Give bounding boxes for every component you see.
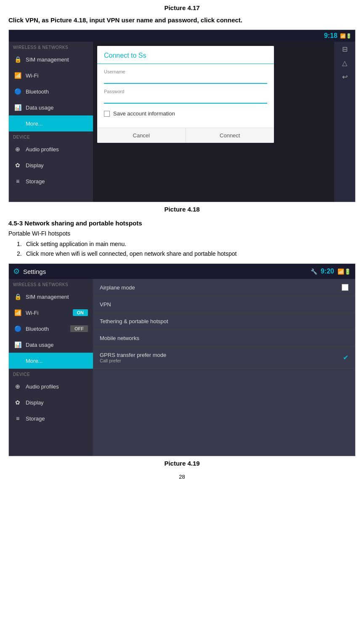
more-icon-2 bbox=[14, 357, 21, 364]
cancel-button[interactable]: Cancel bbox=[97, 128, 186, 143]
sidebar2-item-data[interactable]: 📊 Data usage bbox=[9, 337, 93, 353]
sidebar2-label-storage: Storage bbox=[26, 415, 45, 422]
sidebar2-item-wifi[interactable]: 📶 Wi-Fi ON bbox=[9, 305, 93, 321]
dialog-title: Connect to Ss bbox=[104, 52, 267, 59]
username-input[interactable] bbox=[104, 75, 267, 84]
sidebar2-item-display[interactable]: ✿ Display bbox=[9, 394, 93, 410]
audio-icon: ⊕ bbox=[14, 145, 21, 153]
sidebar-label-sim: SIM management bbox=[26, 56, 69, 63]
body-text: Portable WI-FI hotspots bbox=[8, 229, 356, 238]
sidebar-item-data[interactable]: 📊 Data usage bbox=[9, 99, 93, 115]
sidebar-item-more[interactable]: More... bbox=[9, 115, 93, 131]
password-input[interactable] bbox=[104, 95, 267, 104]
sidebar2-label-display: Display bbox=[26, 399, 44, 406]
list-text-1: Click setting application in main menu. bbox=[26, 240, 356, 249]
settings-header-right: 🔧 9:20 📶🔋 bbox=[311, 268, 351, 275]
screenshot-2: ⚙ Settings 🔧 9:20 📶🔋 WIRELESS & NETWORKS… bbox=[8, 263, 356, 456]
connect-button[interactable]: Connect bbox=[186, 128, 274, 143]
display-icon: ✿ bbox=[14, 161, 21, 169]
sidebar2-label-data: Data usage bbox=[26, 342, 54, 348]
sidebar-item-bluetooth[interactable]: 🔵 Bluetooth bbox=[9, 83, 93, 99]
more-item-gprs[interactable]: GPRS transfer prefer mode Call prefer ✔ bbox=[93, 347, 355, 369]
settings-layout-1: WIRELESS & NETWORKS 🔒 SIM management 📶 W… bbox=[9, 42, 355, 202]
gprs-sub: Call prefer bbox=[100, 358, 343, 363]
audio-icon-2: ⊕ bbox=[14, 383, 21, 390]
more-item-mobile[interactable]: Mobile networks bbox=[93, 330, 355, 347]
edge-icon-3: ↩ bbox=[342, 73, 348, 81]
sidebar-item-wifi[interactable]: 📶 Wi-Fi bbox=[9, 67, 93, 83]
caption-4-19: Picture 4.19 bbox=[8, 460, 356, 467]
list-item-1: 1. Click setting application in main men… bbox=[17, 240, 356, 249]
mobile-networks-label: Mobile networks bbox=[100, 335, 348, 341]
status-bar-1: 9:18 📶🔋 bbox=[9, 30, 355, 42]
sidebar-item-sim[interactable]: 🔒 SIM management bbox=[9, 51, 93, 67]
sidebar-item-display[interactable]: ✿ Display bbox=[9, 157, 93, 173]
sidebar2-item-more[interactable]: More... bbox=[9, 353, 93, 369]
dialog-buttons: Cancel Connect bbox=[97, 128, 274, 143]
settings-header-wrench: 🔧 bbox=[311, 268, 317, 275]
list-item-2: 2. Click more when wifi is well connecte… bbox=[17, 249, 356, 258]
wifi-icon: 📶 bbox=[14, 72, 21, 79]
sidebar2-item-sim[interactable]: 🔒 SIM management bbox=[9, 289, 93, 305]
page-container: Picture 4.17 Click VPN, as Picture 4.18,… bbox=[0, 0, 364, 488]
username-label: Username bbox=[104, 69, 267, 74]
tethering-label: Tethering & portable hotspot bbox=[100, 318, 348, 324]
sidebar2-section-wireless: WIRELESS & NETWORKS bbox=[9, 279, 93, 289]
vpn-label: VPN bbox=[100, 301, 348, 308]
sidebar2-label-bluetooth: Bluetooth bbox=[26, 326, 49, 332]
section-heading: 4.5-3 Network sharing and portable hotsp… bbox=[8, 220, 356, 227]
bluetooth-toggle[interactable]: OFF bbox=[70, 325, 88, 332]
sidebar-label-wifi: Wi-Fi bbox=[26, 72, 38, 79]
data-icon: 📊 bbox=[14, 104, 21, 111]
numbered-list: 1. Click setting application in main men… bbox=[8, 240, 356, 258]
sidebar-label-more: More... bbox=[26, 121, 43, 127]
data-icon-2: 📊 bbox=[14, 341, 21, 348]
gprs-label: GPRS transfer prefer mode bbox=[100, 352, 343, 358]
sidebar-item-audio[interactable]: ⊕ Audio profiles bbox=[9, 141, 93, 157]
edge-icon-2: △ bbox=[342, 59, 347, 67]
sidebar-label-storage: Storage bbox=[26, 178, 45, 185]
settings-layout-2: WIRELESS & NETWORKS 🔒 SIM management 📶 W… bbox=[9, 279, 355, 456]
screenshot-1: 9:18 📶🔋 WIRELESS & NETWORKS 🔒 SIM manage… bbox=[8, 29, 356, 202]
vpn-dialog: Connect to Ss Username Password Save acc… bbox=[97, 46, 274, 143]
more-menu-content: Airplane mode VPN Tethering & portable h… bbox=[93, 279, 355, 456]
airplane-mode-label: Airplane mode bbox=[100, 284, 342, 291]
settings-header-2: ⚙ Settings 🔧 9:20 📶🔋 bbox=[9, 264, 355, 279]
dialog-body: Username Password Save account informati… bbox=[97, 64, 274, 128]
storage-icon: ≡ bbox=[14, 177, 21, 185]
password-label: Password bbox=[104, 89, 267, 94]
save-account-checkbox[interactable] bbox=[104, 111, 110, 117]
airplane-checkbox[interactable] bbox=[342, 284, 348, 291]
page-number: 28 bbox=[8, 474, 356, 480]
main-content-1: Ss PPTP VPN Connect to Ss Username Passw… bbox=[93, 42, 355, 202]
sidebar-label-bluetooth: Bluetooth bbox=[26, 88, 49, 95]
settings-app-icon: ⚙ bbox=[13, 267, 20, 276]
sidebar-2: WIRELESS & NETWORKS 🔒 SIM management 📶 W… bbox=[9, 279, 93, 456]
status-time-1: 9:18 bbox=[324, 32, 337, 40]
sidebar2-item-audio[interactable]: ⊕ Audio profiles bbox=[9, 378, 93, 394]
gprs-checkbox[interactable]: ✔ bbox=[343, 354, 348, 362]
save-account-label: Save account information bbox=[113, 110, 175, 117]
sidebar2-item-storage[interactable]: ≡ Storage bbox=[9, 410, 93, 426]
bluetooth-icon-2: 🔵 bbox=[14, 325, 21, 332]
sidebar-item-storage[interactable]: ≡ Storage bbox=[9, 173, 93, 189]
edge-icon-1: ⊟ bbox=[342, 45, 348, 53]
sidebar2-label-audio: Audio profiles bbox=[26, 383, 59, 390]
wifi-toggle[interactable]: ON bbox=[73, 309, 88, 316]
sidebar-label-display: Display bbox=[26, 162, 44, 169]
sidebar2-item-bluetooth[interactable]: 🔵 Bluetooth OFF bbox=[9, 321, 93, 337]
sidebar2-label-wifi: Wi-Fi bbox=[26, 310, 38, 316]
dialog-header: Connect to Ss bbox=[97, 46, 274, 64]
settings-header-title: Settings bbox=[23, 268, 307, 275]
list-text-2: Click more when wifi is well connected, … bbox=[26, 249, 356, 258]
more-item-vpn[interactable]: VPN bbox=[93, 296, 355, 313]
caption-4-18: Picture 4.18 bbox=[8, 206, 356, 213]
sim-icon-2: 🔒 bbox=[14, 293, 21, 300]
list-num-2: 2. bbox=[17, 249, 24, 258]
title-4-17: Picture 4.17 bbox=[8, 4, 356, 11]
more-item-tethering[interactable]: Tethering & portable hotspot bbox=[93, 313, 355, 330]
more-item-airplane[interactable]: Airplane mode bbox=[93, 279, 355, 296]
settings-status-time: 9:20 bbox=[321, 268, 334, 275]
gprs-text: GPRS transfer prefer mode Call prefer bbox=[100, 352, 343, 363]
wifi-icon-2: 📶 bbox=[14, 309, 21, 316]
